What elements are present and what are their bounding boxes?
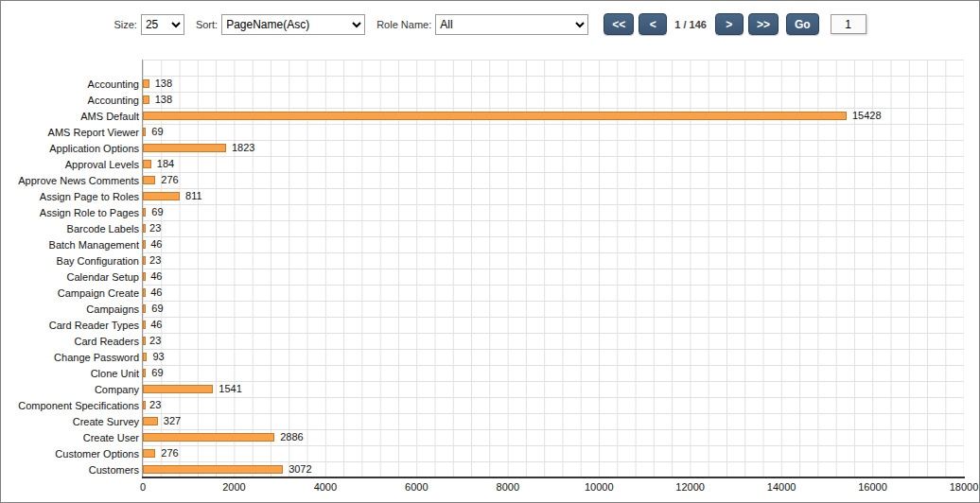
value-label: 46 bbox=[150, 286, 162, 298]
bar-track: 184 bbox=[143, 156, 964, 172]
chart-row: Calendar Setup46 bbox=[1, 269, 964, 285]
bar bbox=[143, 112, 847, 120]
x-tick-label: 2000 bbox=[222, 481, 245, 493]
value-label: 138 bbox=[155, 78, 172, 89]
value-label: 23 bbox=[149, 222, 161, 234]
bar-track: 46 bbox=[143, 285, 964, 301]
value-label: 23 bbox=[149, 335, 161, 346]
category-label: Bay Configuration bbox=[1, 255, 143, 267]
bar-track: 69 bbox=[143, 124, 964, 140]
role-name-select[interactable]: All bbox=[435, 14, 588, 35]
bar-track: 1823 bbox=[143, 140, 964, 156]
chart-row: Application Options1823 bbox=[1, 140, 964, 156]
x-tick-label: 6000 bbox=[405, 481, 428, 493]
value-label: 276 bbox=[161, 447, 178, 459]
value-label: 69 bbox=[151, 367, 163, 378]
last-page-button[interactable]: >> bbox=[748, 13, 779, 35]
x-tick-label: 18000 bbox=[950, 481, 979, 493]
sort-label: Sort: bbox=[196, 19, 218, 30]
bar bbox=[143, 337, 146, 345]
category-label: Campaigns bbox=[1, 304, 143, 315]
category-label: Change Password bbox=[1, 352, 143, 363]
value-label: 46 bbox=[150, 270, 162, 282]
chart-row: Card Readers23 bbox=[1, 333, 964, 349]
page-indicator: 1 / 146 bbox=[674, 19, 707, 30]
category-label: Barcode Labels bbox=[1, 223, 143, 234]
chart-row: Campaigns69 bbox=[1, 301, 964, 317]
bar bbox=[143, 433, 274, 442]
bar bbox=[143, 95, 149, 104]
chart-row: Batch Management46 bbox=[1, 236, 964, 252]
category-label: Approve News Comments bbox=[1, 175, 143, 186]
x-tick-label: 10000 bbox=[585, 481, 614, 493]
role-name-label: Role Name: bbox=[376, 19, 431, 30]
value-label: 138 bbox=[155, 94, 172, 105]
sort-select[interactable]: PageName(Asc) bbox=[221, 14, 365, 35]
bar bbox=[143, 256, 146, 265]
category-label: Customer Options bbox=[1, 448, 143, 460]
chart-row: Approve News Comments276 bbox=[1, 172, 964, 188]
bar-track: 811 bbox=[143, 188, 964, 204]
category-label: Campaign Create bbox=[1, 287, 143, 299]
category-label: AMS Default bbox=[1, 111, 143, 122]
category-label: Accounting bbox=[1, 95, 143, 106]
size-select[interactable]: 25 bbox=[141, 14, 184, 35]
value-label: 811 bbox=[185, 190, 202, 201]
bar bbox=[143, 208, 146, 217]
page-number-input[interactable] bbox=[831, 14, 866, 34]
value-label: 1823 bbox=[232, 142, 254, 153]
prev-page-button[interactable]: < bbox=[639, 13, 667, 35]
category-label: Create User bbox=[1, 432, 143, 443]
go-button[interactable]: Go bbox=[786, 13, 819, 35]
bar bbox=[143, 176, 155, 184]
chart-row: Create User2886 bbox=[1, 429, 964, 445]
chart-row: Customers3072 bbox=[1, 461, 964, 477]
bar bbox=[143, 321, 146, 329]
category-label: Accounting bbox=[1, 78, 143, 90]
next-page-button[interactable]: > bbox=[715, 13, 744, 35]
bar-track: 138 bbox=[143, 76, 964, 92]
x-axis-labels: 0200040006000800010000120001400016000180… bbox=[143, 481, 964, 496]
category-label: Card Readers bbox=[1, 336, 143, 347]
bar-track: 1541 bbox=[143, 381, 964, 397]
bar bbox=[143, 224, 146, 233]
bar-track: 46 bbox=[143, 317, 964, 333]
first-page-button[interactable]: << bbox=[604, 13, 634, 35]
value-label: 46 bbox=[150, 238, 162, 250]
value-label: 3072 bbox=[289, 463, 311, 475]
bar-track: 138 bbox=[143, 92, 964, 108]
bar bbox=[143, 192, 180, 200]
chart-row: AMS Default15428 bbox=[1, 108, 964, 124]
bar bbox=[143, 385, 213, 393]
bar-track: 23 bbox=[143, 397, 964, 413]
category-label: Application Options bbox=[1, 143, 143, 154]
value-label: 276 bbox=[161, 174, 178, 185]
page-usage-report: Size: 25 Sort: PageName(Asc) Role Name: … bbox=[0, 0, 980, 503]
bar bbox=[143, 465, 283, 474]
category-label: Batch Management bbox=[1, 239, 143, 251]
bar bbox=[143, 369, 146, 377]
bar-track: 276 bbox=[143, 445, 964, 461]
bar-track: 69 bbox=[143, 204, 964, 220]
bar bbox=[143, 240, 146, 249]
bar-track: 46 bbox=[143, 236, 964, 252]
chart-row: Change Password93 bbox=[1, 349, 964, 365]
category-label: Clone Unit bbox=[1, 368, 143, 379]
chart-row: Clone Unit69 bbox=[1, 365, 964, 381]
chart-row: Bay Configuration23 bbox=[1, 252, 964, 269]
category-label: Card Reader Types bbox=[1, 320, 143, 331]
value-label: 23 bbox=[149, 399, 161, 410]
x-tick-label: 0 bbox=[140, 481, 146, 493]
bar-track: 3072 bbox=[143, 461, 964, 477]
x-tick-label: 14000 bbox=[767, 481, 796, 493]
category-label: AMS Report Viewer bbox=[1, 127, 143, 138]
category-label: Calendar Setup bbox=[1, 271, 143, 283]
bar bbox=[143, 353, 147, 361]
bar-track: 69 bbox=[143, 365, 964, 381]
value-label: 93 bbox=[152, 351, 164, 362]
bar bbox=[143, 417, 158, 425]
toolbar: Size: 25 Sort: PageName(Asc) Role Name: … bbox=[1, 1, 979, 35]
x-tick-label: 16000 bbox=[858, 481, 887, 493]
chart-row: Barcode Labels23 bbox=[1, 220, 964, 236]
value-label: 15428 bbox=[852, 110, 882, 121]
